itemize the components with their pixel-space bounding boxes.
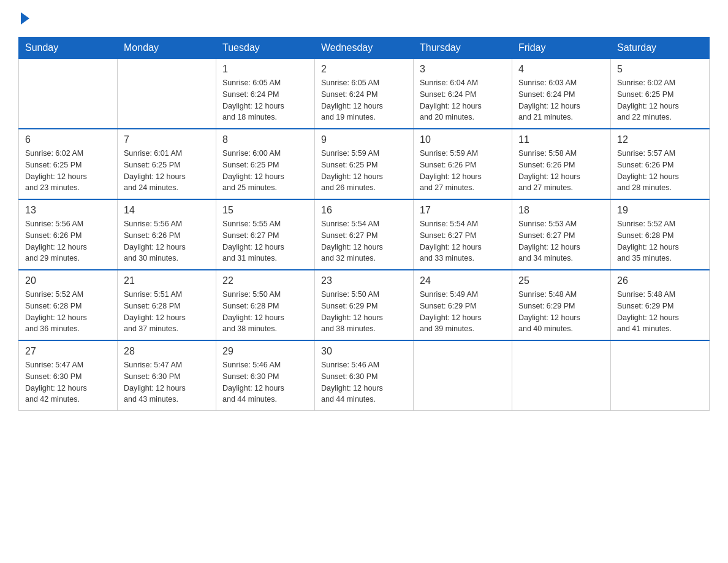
day-info: Sunrise: 6:00 AM Sunset: 6:25 PM Dayligh…: [222, 148, 308, 194]
page-header: [18, 12, 710, 25]
day-info: Sunrise: 5:59 AM Sunset: 6:26 PM Dayligh…: [420, 148, 506, 194]
day-info: Sunrise: 5:53 AM Sunset: 6:27 PM Dayligh…: [518, 218, 604, 264]
calendar-cell: 16Sunrise: 5:54 AM Sunset: 6:27 PM Dayli…: [315, 199, 414, 270]
day-info: Sunrise: 6:05 AM Sunset: 6:24 PM Dayligh…: [321, 77, 407, 123]
day-number: 27: [25, 346, 111, 357]
day-info: Sunrise: 5:46 AM Sunset: 6:30 PM Dayligh…: [321, 359, 407, 405]
day-info: Sunrise: 6:05 AM Sunset: 6:24 PM Dayligh…: [222, 77, 308, 123]
day-number: 5: [617, 64, 703, 75]
logo: [18, 12, 31, 25]
day-number: 11: [518, 134, 604, 145]
calendar-cell: 23Sunrise: 5:50 AM Sunset: 6:29 PM Dayli…: [315, 270, 414, 340]
calendar-cell: 29Sunrise: 5:46 AM Sunset: 6:30 PM Dayli…: [216, 340, 315, 411]
calendar-cell: 28Sunrise: 5:47 AM Sunset: 6:30 PM Dayli…: [118, 340, 216, 411]
day-number: 1: [222, 64, 308, 75]
calendar-week-row: 13Sunrise: 5:56 AM Sunset: 6:26 PM Dayli…: [19, 199, 710, 270]
day-info: Sunrise: 5:46 AM Sunset: 6:30 PM Dayligh…: [222, 359, 308, 405]
calendar-cell: 15Sunrise: 5:55 AM Sunset: 6:27 PM Dayli…: [216, 199, 315, 270]
calendar-cell: 8Sunrise: 6:00 AM Sunset: 6:25 PM Daylig…: [216, 129, 315, 199]
weekday-header-wednesday: Wednesday: [315, 37, 414, 59]
weekday-header-monday: Monday: [118, 37, 216, 59]
calendar-cell: 7Sunrise: 6:01 AM Sunset: 6:25 PM Daylig…: [118, 129, 216, 199]
day-number: 7: [124, 134, 210, 145]
calendar-cell: 18Sunrise: 5:53 AM Sunset: 6:27 PM Dayli…: [512, 199, 611, 270]
day-number: 21: [124, 275, 210, 286]
day-number: 18: [518, 205, 604, 216]
day-info: Sunrise: 5:59 AM Sunset: 6:25 PM Dayligh…: [321, 148, 407, 194]
day-number: 19: [617, 205, 703, 216]
day-info: Sunrise: 5:52 AM Sunset: 6:28 PM Dayligh…: [25, 289, 111, 335]
calendar-week-row: 20Sunrise: 5:52 AM Sunset: 6:28 PM Dayli…: [19, 270, 710, 340]
calendar-cell: 10Sunrise: 5:59 AM Sunset: 6:26 PM Dayli…: [414, 129, 512, 199]
calendar-cell: 2Sunrise: 6:05 AM Sunset: 6:24 PM Daylig…: [315, 59, 414, 129]
day-number: 22: [222, 275, 308, 286]
calendar-cell: 1Sunrise: 6:05 AM Sunset: 6:24 PM Daylig…: [216, 59, 315, 129]
day-number: 24: [420, 275, 506, 286]
day-number: 4: [518, 64, 604, 75]
day-number: 16: [321, 205, 407, 216]
day-info: Sunrise: 5:56 AM Sunset: 6:26 PM Dayligh…: [25, 218, 111, 264]
calendar-cell: 27Sunrise: 5:47 AM Sunset: 6:30 PM Dayli…: [19, 340, 118, 411]
logo-flag-icon: [21, 12, 29, 25]
calendar-cell: 14Sunrise: 5:56 AM Sunset: 6:26 PM Dayli…: [118, 199, 216, 270]
calendar-cell: 3Sunrise: 6:04 AM Sunset: 6:24 PM Daylig…: [414, 59, 512, 129]
day-number: 13: [25, 205, 111, 216]
day-number: 26: [617, 275, 703, 286]
calendar-cell: 25Sunrise: 5:48 AM Sunset: 6:29 PM Dayli…: [512, 270, 611, 340]
day-number: 25: [518, 275, 604, 286]
day-number: 23: [321, 275, 407, 286]
day-info: Sunrise: 6:01 AM Sunset: 6:25 PM Dayligh…: [124, 148, 210, 194]
day-info: Sunrise: 5:54 AM Sunset: 6:27 PM Dayligh…: [321, 218, 407, 264]
day-info: Sunrise: 5:49 AM Sunset: 6:29 PM Dayligh…: [420, 289, 506, 335]
day-number: 30: [321, 346, 407, 357]
weekday-header-tuesday: Tuesday: [216, 37, 315, 59]
day-number: 9: [321, 134, 407, 145]
day-info: Sunrise: 5:55 AM Sunset: 6:27 PM Dayligh…: [222, 218, 308, 264]
calendar-cell: 11Sunrise: 5:58 AM Sunset: 6:26 PM Dayli…: [512, 129, 611, 199]
calendar-cell: 13Sunrise: 5:56 AM Sunset: 6:26 PM Dayli…: [19, 199, 118, 270]
day-number: 2: [321, 64, 407, 75]
day-number: 14: [124, 205, 210, 216]
weekday-header-thursday: Thursday: [414, 37, 512, 59]
calendar-cell: [611, 340, 710, 411]
day-info: Sunrise: 5:58 AM Sunset: 6:26 PM Dayligh…: [518, 148, 604, 194]
day-number: 28: [124, 346, 210, 357]
day-number: 3: [420, 64, 506, 75]
calendar-cell: 19Sunrise: 5:52 AM Sunset: 6:28 PM Dayli…: [611, 199, 710, 270]
calendar-cell: 21Sunrise: 5:51 AM Sunset: 6:28 PM Dayli…: [118, 270, 216, 340]
day-info: Sunrise: 5:47 AM Sunset: 6:30 PM Dayligh…: [25, 359, 111, 405]
day-number: 10: [420, 134, 506, 145]
calendar-cell: [118, 59, 216, 129]
calendar-cell: 17Sunrise: 5:54 AM Sunset: 6:27 PM Dayli…: [414, 199, 512, 270]
calendar-cell: 20Sunrise: 5:52 AM Sunset: 6:28 PM Dayli…: [19, 270, 118, 340]
day-number: 29: [222, 346, 308, 357]
weekday-header-friday: Friday: [512, 37, 611, 59]
day-info: Sunrise: 6:02 AM Sunset: 6:25 PM Dayligh…: [617, 77, 703, 123]
day-info: Sunrise: 6:04 AM Sunset: 6:24 PM Dayligh…: [420, 77, 506, 123]
calendar-cell: [414, 340, 512, 411]
calendar-cell: [19, 59, 118, 129]
day-number: 20: [25, 275, 111, 286]
day-info: Sunrise: 5:47 AM Sunset: 6:30 PM Dayligh…: [124, 359, 210, 405]
day-info: Sunrise: 5:56 AM Sunset: 6:26 PM Dayligh…: [124, 218, 210, 264]
weekday-header-sunday: Sunday: [19, 37, 118, 59]
day-number: 8: [222, 134, 308, 145]
day-number: 12: [617, 134, 703, 145]
calendar-week-row: 6Sunrise: 6:02 AM Sunset: 6:25 PM Daylig…: [19, 129, 710, 199]
day-info: Sunrise: 5:54 AM Sunset: 6:27 PM Dayligh…: [420, 218, 506, 264]
calendar-cell: 4Sunrise: 6:03 AM Sunset: 6:24 PM Daylig…: [512, 59, 611, 129]
day-info: Sunrise: 5:52 AM Sunset: 6:28 PM Dayligh…: [617, 218, 703, 264]
calendar-cell: [512, 340, 611, 411]
calendar-cell: 26Sunrise: 5:48 AM Sunset: 6:29 PM Dayli…: [611, 270, 710, 340]
day-number: 6: [25, 134, 111, 145]
day-info: Sunrise: 6:03 AM Sunset: 6:24 PM Dayligh…: [518, 77, 604, 123]
day-number: 17: [420, 205, 506, 216]
day-info: Sunrise: 5:48 AM Sunset: 6:29 PM Dayligh…: [518, 289, 604, 335]
calendar-week-row: 27Sunrise: 5:47 AM Sunset: 6:30 PM Dayli…: [19, 340, 710, 411]
calendar-cell: 12Sunrise: 5:57 AM Sunset: 6:26 PM Dayli…: [611, 129, 710, 199]
calendar-table: SundayMondayTuesdayWednesdayThursdayFrid…: [18, 37, 710, 411]
calendar-week-row: 1Sunrise: 6:05 AM Sunset: 6:24 PM Daylig…: [19, 59, 710, 129]
day-info: Sunrise: 5:51 AM Sunset: 6:28 PM Dayligh…: [124, 289, 210, 335]
day-number: 15: [222, 205, 308, 216]
calendar-cell: 24Sunrise: 5:49 AM Sunset: 6:29 PM Dayli…: [414, 270, 512, 340]
